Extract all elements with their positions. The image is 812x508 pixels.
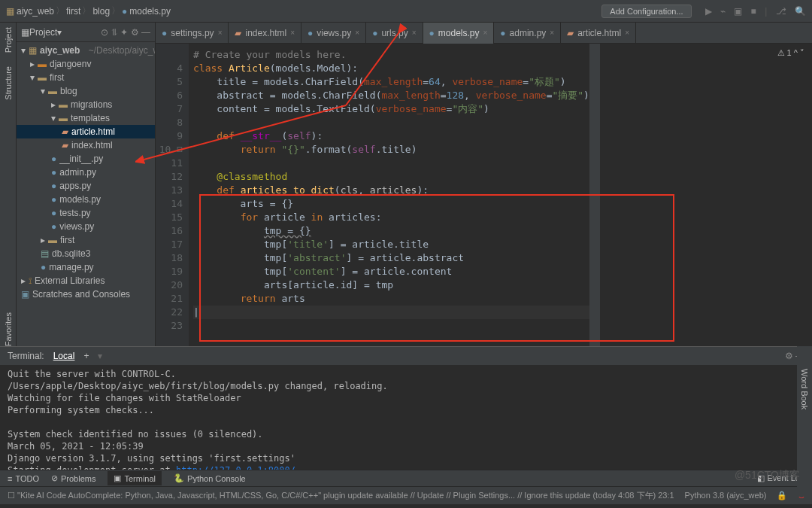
tree-root: ▾▦aiyc_web ~/Desktop/aiyc_we <box>17 44 155 57</box>
navigation-bar: ▦ aiyc_web 〉 first 〉 blog 〉 ● models.py … <box>0 0 812 23</box>
terminal-tool-button[interactable]: ▣ Terminal <box>108 471 162 485</box>
tab-urls[interactable]: ●urls.py× <box>366 23 423 44</box>
bottom-tool-bar: ≡ TODO ⊘ Problems ▣ Terminal 🐍 Python Co… <box>0 470 812 486</box>
breadcrumb-blog: blog <box>92 6 110 17</box>
editor-tabs: ●settings.py× ▰index.html× ●views.py× ●u… <box>156 23 812 44</box>
error-stripe[interactable] <box>589 44 600 346</box>
project-panel: ▦ Project ▾ ⊙ ⥮ ✦ ⚙ — ▾▦aiyc_web ~/Deskt… <box>17 23 156 346</box>
code-editor[interactable]: # Create your models here. class Article… <box>189 44 589 346</box>
project-tree[interactable]: ▾▦aiyc_web ~/Desktop/aiyc_we ▸▬djangoenv… <box>17 42 155 346</box>
tree-apps: ●apps.py <box>17 179 155 193</box>
tree-scratches: ▣Scratches and Consoles <box>17 287 155 301</box>
caret-position[interactable]: 23:1 <box>658 491 674 500</box>
tab-views[interactable]: ●views.py× <box>301 23 366 44</box>
status-message[interactable]: "Kite AI Code AutoComplete: Python, Java… <box>17 491 656 500</box>
tree-db: ▤db.sqlite3 <box>17 247 155 260</box>
favorites-tool-button[interactable]: Favorites <box>4 312 13 346</box>
problems-tool-button[interactable]: ⊘ Problems <box>51 473 95 483</box>
tree-blog: ▾▬blog <box>17 84 155 98</box>
breadcrumb-first: first <box>66 6 80 17</box>
tab-admin[interactable]: ●admin.py× <box>494 23 561 44</box>
tree-ext-lib: ▸⟟External Libraries <box>17 274 155 287</box>
breadcrumb[interactable]: ▦ aiyc_web 〉 first 〉 blog 〉 ● models.py <box>6 5 171 17</box>
search-icon[interactable]: 🔍 <box>795 6 806 17</box>
watermark: @51CTO博客 <box>735 469 800 482</box>
tree-first: ▾▬first <box>17 71 155 84</box>
debug-icon[interactable]: ⌁ <box>720 6 726 17</box>
git-icon[interactable]: ⎇ <box>776 6 786 17</box>
terminal-add-tab[interactable]: + <box>83 351 89 361</box>
wordbook-tool-button[interactable]: Word Book <box>800 369 809 409</box>
todo-tool-button[interactable]: ≡ TODO <box>8 474 39 483</box>
run-coverage-icon[interactable]: ▣ <box>734 6 742 17</box>
tree-init: ●__init__.py <box>17 152 155 166</box>
server-url-link[interactable]: http://127.0.0.1:8000/ <box>176 465 295 470</box>
left-tool-strip: Project Structure Favorites <box>0 23 17 346</box>
breadcrumb-file: ● models.py <box>122 6 171 17</box>
status-bar: ☐ "Kite AI Code AutoComplete: Python, Ja… <box>0 486 812 504</box>
tree-article-html: ▰article.html <box>17 125 155 138</box>
terminal-title: Terminal: <box>8 351 44 361</box>
terminal-tab-local[interactable]: Local <box>53 351 75 361</box>
python-console-tool-button[interactable]: 🐍 Python Console <box>174 473 246 483</box>
tree-models: ●models.py <box>17 193 155 206</box>
tab-article[interactable]: ▰article.html× <box>561 23 636 44</box>
line-gutter[interactable]: 45678910 ⊟11121314151617181920212223 <box>156 44 189 346</box>
tab-models[interactable]: ●models.py× <box>423 23 495 44</box>
tab-settings[interactable]: ●settings.py× <box>156 23 229 44</box>
editor-area: ●settings.py× ▰index.html× ●views.py× ●u… <box>156 23 812 346</box>
lock-icon[interactable]: 🔒 <box>777 491 787 500</box>
tree-tests: ●tests.py <box>17 206 155 220</box>
python-interpreter[interactable]: Python 3.8 (aiyc_web) <box>685 491 767 500</box>
run-icon[interactable]: ▶ <box>705 6 712 17</box>
terminal-output[interactable]: Quit the server with CONTROL-C. /Users/a… <box>0 365 812 470</box>
tree-admin: ●admin.py <box>17 166 155 179</box>
stop-icon[interactable]: ■ <box>751 6 756 17</box>
tab-index[interactable]: ▰index.html× <box>229 23 301 44</box>
terminal-header: Terminal: Local + ▾ ⚙ — <box>0 347 812 365</box>
structure-tool-button[interactable]: Structure <box>4 66 13 100</box>
tree-index-html: ▰index.html <box>17 138 155 152</box>
breadcrumb-root: ▦ aiyc_web <box>6 6 54 17</box>
add-configuration-button[interactable]: Add Configuration... <box>601 5 691 18</box>
tree-first2: ▸▬first <box>17 233 155 247</box>
toolbar-run-icons: ▶ ⌁ ▣ ■ | ⎇ 🔍 <box>699 6 806 17</box>
tree-migrations: ▸▬migrations <box>17 98 155 111</box>
project-tool-button[interactable]: Project <box>4 27 13 53</box>
terminal-panel: Terminal: Local + ▾ ⚙ — Quit the server … <box>0 346 812 470</box>
tree-djangoenv: ▸▬djangoenv <box>17 57 155 71</box>
tree-manage: ●manage.py <box>17 260 155 274</box>
project-panel-header[interactable]: ▦ Project ▾ ⊙ ⥮ ✦ ⚙ — <box>17 23 155 42</box>
tree-templates: ▾▬templates <box>17 111 155 125</box>
tree-views: ●views.py <box>17 220 155 233</box>
